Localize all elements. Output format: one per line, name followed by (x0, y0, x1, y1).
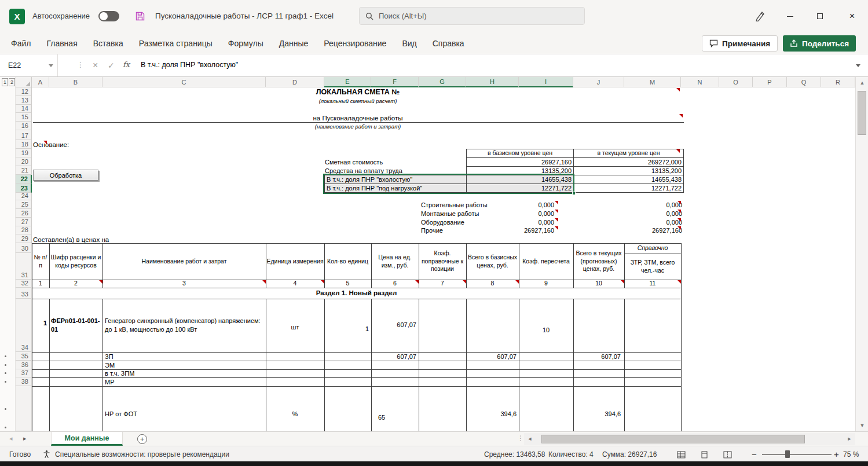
row-header-28[interactable]: 28 (16, 226, 32, 234)
category-base-value[interactable]: 0,000 (466, 201, 554, 208)
summary-current-value[interactable]: 14655,438 (573, 175, 684, 184)
overhead-unit[interactable]: % (266, 410, 324, 417)
overhead-label[interactable]: НР от ФОТ (105, 410, 137, 417)
category-current-value[interactable]: 0,000 (573, 210, 682, 217)
zoom-slider-thumb[interactable] (785, 450, 790, 458)
tab-home[interactable]: Главная (46, 39, 77, 48)
item-num[interactable]: 1 (32, 320, 47, 326)
table-header-unit[interactable]: Единица измерения (266, 243, 324, 280)
status-sum[interactable]: Сумма: 26927,16 (602, 450, 657, 458)
table-header-num[interactable]: № п/п (32, 243, 49, 280)
col-number[interactable]: 11 (624, 280, 681, 288)
comments-button[interactable]: Примечания (702, 35, 778, 52)
table-header-coef-recalc[interactable]: Коэф. пересчета (519, 243, 573, 280)
row-header-24[interactable]: 24 (16, 193, 32, 200)
item-coef-recalc[interactable]: 10 (519, 326, 573, 333)
row-header-17[interactable]: 17 (16, 130, 32, 140)
column-header-g[interactable]: G (419, 77, 466, 87)
page-break-view-button[interactable] (720, 449, 735, 460)
table-header-total-base[interactable]: Всего в базисных ценах, руб. (466, 243, 519, 280)
table-header-reference-sub[interactable]: ЗТР, ЗТМ, всего чел.-час (624, 254, 681, 280)
summary-base-value[interactable]: 26927,160 (466, 157, 574, 167)
subrow-label[interactable]: в т.ч. ЗПМ (105, 370, 134, 377)
row-header-37[interactable]: 37 (16, 369, 32, 377)
summary-current-value[interactable]: 269272,000 (573, 157, 684, 167)
sheet-tab-active[interactable]: Мои данные (51, 432, 123, 446)
outline-dot[interactable] (5, 355, 6, 357)
status-accessibility[interactable]: Специальные возможности: проверьте реком… (55, 450, 229, 458)
col-number[interactable]: 7 (419, 280, 466, 288)
work-title[interactable]: на Пусконаладочные работы (32, 115, 684, 122)
tab-scroll-splitter[interactable]: ⋮ (517, 434, 524, 442)
process-button[interactable]: Обработка (33, 170, 98, 181)
outline-level-2-button[interactable]: 2 (9, 78, 15, 86)
column-header-i[interactable]: I (519, 77, 573, 87)
table-header-qty[interactable]: Кол-во единиц (324, 243, 371, 280)
col-number[interactable]: 5 (324, 280, 371, 288)
add-sheet-button[interactable]: + (137, 434, 147, 444)
col-number[interactable]: 1 (32, 280, 49, 288)
enter-icon[interactable]: ✓ (108, 61, 115, 70)
column-header-c[interactable]: C (102, 77, 266, 87)
row-header-20[interactable]: 20 (16, 157, 32, 166)
col-number[interactable]: 10 (573, 280, 624, 288)
tab-page-layout[interactable]: Разметка страницы (139, 39, 213, 48)
item-unit-price[interactable]: 607,07 (371, 321, 416, 328)
table-header-total-current[interactable]: Всего в текущих (прогнозных) ценах, руб. (573, 243, 624, 280)
outline-dot[interactable] (5, 427, 6, 428)
scroll-left-icon[interactable]: ◄ (525, 434, 534, 443)
tab-view[interactable]: Вид (402, 39, 416, 48)
outline-level-1-button[interactable]: 1 (2, 78, 8, 86)
subrow-label[interactable]: ЗП (105, 353, 113, 360)
column-header-o[interactable]: O (719, 77, 753, 87)
row-header-12[interactable]: 12 (16, 87, 32, 96)
item-code[interactable]: ФЕРп01-01-001-01 (51, 317, 102, 334)
ink-pen-icon[interactable] (755, 10, 766, 21)
horizontal-scroll-thumb[interactable] (541, 435, 805, 443)
category-base-value[interactable]: 26927,160 (466, 227, 554, 234)
excel-app-icon[interactable]: X (9, 9, 25, 24)
tab-review[interactable]: Рецензирование (324, 39, 386, 48)
item-qty[interactable]: 1 (324, 325, 369, 332)
category-base-value[interactable]: 0,000 (466, 210, 554, 217)
row-header-16[interactable]: 16 (16, 122, 32, 130)
basis-label[interactable]: Основание: (33, 141, 69, 148)
outline-dot[interactable] (5, 372, 6, 374)
category-current-value[interactable]: 0,000 (573, 201, 682, 208)
tab-file[interactable]: Файл (11, 39, 31, 48)
column-header-q[interactable]: Q (787, 77, 821, 87)
name-box[interactable]: E22 (0, 54, 58, 76)
column-header-a[interactable]: A (32, 77, 49, 87)
row-header-15[interactable]: 15 (16, 113, 32, 122)
row-header-23[interactable]: 23 (16, 184, 32, 193)
row-header-18[interactable]: 18 (16, 140, 32, 149)
column-header-e[interactable]: E (324, 77, 371, 87)
vertical-scroll-thumb[interactable] (858, 91, 866, 135)
row-header-33[interactable]: 33 (16, 288, 32, 299)
doc-title[interactable]: ЛОКАЛЬНАЯ СМЕТА № (32, 88, 684, 96)
tab-formulas[interactable]: Формулы (228, 39, 263, 48)
cancel-icon[interactable]: × (93, 60, 98, 71)
column-header-h[interactable]: H (466, 77, 519, 87)
row-header-31[interactable]: 31 (16, 253, 32, 280)
summary-current-value[interactable]: 12271,722 (573, 184, 684, 193)
col-number[interactable]: 4 (266, 280, 324, 288)
col-number[interactable]: 2 (49, 280, 102, 288)
close-button[interactable]: × (836, 0, 868, 32)
outline-dot[interactable] (5, 408, 6, 410)
column-header-j[interactable]: J (573, 77, 624, 87)
page-layout-view-button[interactable] (697, 449, 712, 460)
work-title-note[interactable]: (наименование работ и затрат) (32, 123, 684, 130)
formula-input[interactable]: В т.ч.: доля ПНР "вхолостую" (141, 61, 238, 69)
selection-fill-handle[interactable] (572, 192, 576, 195)
minimize-button[interactable] (776, 0, 804, 32)
normal-view-button[interactable] (673, 449, 688, 460)
category-current-value[interactable]: 0,000 (573, 219, 682, 226)
status-average[interactable]: Среднее: 13463,58 (484, 450, 545, 458)
zoom-level[interactable]: 75 % (843, 450, 859, 458)
table-header-unit-price[interactable]: Цена на ед. изм., руб. (371, 243, 419, 280)
doc-title-note[interactable]: (локальный сметный расчет) (32, 98, 684, 104)
item-name[interactable]: Генератор синхронный (компенсатор) напря… (105, 317, 265, 334)
row-header-22[interactable]: 22 (16, 175, 32, 184)
status-mode[interactable]: Готово (9, 450, 31, 458)
